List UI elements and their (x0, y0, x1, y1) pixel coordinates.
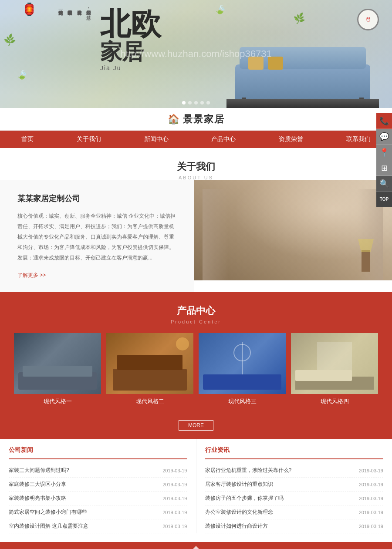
company-news-title-4: 简式家居空间之装修小窍门有哪些 (9, 509, 158, 516)
product-card-2[interactable]: 现代风格二 (106, 333, 193, 409)
company-news-date-2: 2019-03-19 (162, 482, 187, 487)
company-news-title-1: 家装三大问题你遇到过吗? (9, 467, 158, 474)
read-more-link[interactable]: 了解更多 >> (17, 272, 176, 279)
industry-news-date-1: 2019-03-19 (359, 468, 383, 473)
product-title-cn: 产品中心 (0, 304, 392, 317)
about-section-header: 关于我们 ABOUT US (0, 148, 392, 180)
phone-float-btn[interactable]: 📞 (376, 113, 392, 129)
hero-title: 北欧 家居 Jia Ju (100, 9, 161, 71)
company-news-date-5: 2019-03-19 (162, 524, 187, 529)
about-description: 核心价值观：诚实、创新、服务全业精神：诚信 企业文化中：诚信担责任、开拓求实、满… (17, 211, 176, 263)
industry-news-date-4: 2019-03-19 (359, 510, 383, 515)
product-img-1 (14, 333, 101, 394)
product-title-en: Product Center (0, 319, 392, 324)
news-grid: 公司新闻 家装三大问题你遇到过吗? 2019-03-19 家庭装修三大误区小分享… (0, 439, 392, 533)
company-news-header: 公司新闻 (9, 439, 187, 459)
logo-text: 景景家居 (183, 113, 225, 126)
industry-news-title-3: 装修房子的五个步骤，你掌握了吗 (205, 495, 355, 502)
main-nav: 首页 关于我们 新闻中心 产品中心 资质荣誉 联系我们 (0, 131, 392, 148)
industry-news-item-4[interactable]: 办公室装修设计的文化新理念 2019-03-19 (205, 505, 384, 519)
company-news-col: 公司新闻 家装三大问题你遇到过吗? 2019-03-19 家庭装修三大误区小分享… (0, 439, 196, 533)
product-section: 产品中心 Product Center 现代风格一 (0, 292, 392, 439)
company-news-title-5: 室内装修设计图解 这几点需要注意 (9, 522, 158, 530)
company-news-item-3[interactable]: 家装装修明亮书架小攻略 2019-03-19 (9, 492, 187, 505)
product-img-2 (106, 333, 193, 394)
product-section-header: 产品中心 Product Center (0, 292, 392, 333)
product-grid: 现代风格一 现代风格二 (0, 333, 392, 416)
industry-news-col: 行业资讯 家居行业危机重重，涉险过关靠什么? 2019-03-19 居家客厅装修… (196, 439, 392, 533)
location-float-btn[interactable]: 📍 (376, 145, 392, 160)
nav-item-honors[interactable]: 资质荣誉 (270, 131, 312, 148)
about-left: 某某家居定制公司 核心价值观：诚实、创新、服务全业精神：诚信 企业文化中：诚信担… (0, 180, 194, 292)
hero-banner: 🌿 🍃 🌿 🍃 🌿 🏮 ⏰ 时刻代表着一种设计 北欧家具具有鲜明特色 席客台主又… (0, 0, 392, 108)
news-section: 公司新闻 家装三大问题你遇到过吗? 2019-03-19 家庭装修三大误区小分享… (0, 439, 392, 542)
nav-item-contact[interactable]: 联系我们 (338, 131, 379, 148)
company-news-item-1[interactable]: 家装三大问题你遇到过吗? 2019-03-19 (9, 464, 187, 478)
company-news-item-2[interactable]: 家庭装修三大误区小分享 2019-03-19 (9, 478, 187, 492)
company-news-item-4[interactable]: 简式家居空间之装修小窍门有哪些 2019-03-19 (9, 505, 187, 519)
company-news-date-4: 2019-03-19 (162, 510, 187, 515)
product-label-4: 现代风格四 (291, 394, 378, 409)
more-button[interactable]: MORE (179, 420, 213, 431)
industry-news-title-1: 家居行业危机重重，涉险过关靠什么? (205, 467, 355, 474)
watermark: http://www.huzhan.com/ishop36731 (120, 48, 271, 60)
lamp-decoration: 🏮 (22, 2, 37, 17)
company-news-date-1: 2019-03-19 (162, 468, 187, 473)
footer-banner: ▼ (0, 542, 392, 549)
industry-news-date-2: 2019-03-19 (359, 482, 383, 487)
industry-news-title-2: 居家客厅装修设计的重点知识 (205, 481, 355, 488)
product-label-3: 现代风格三 (199, 394, 286, 409)
top-float-btn[interactable]: TOP (376, 192, 392, 207)
sofa-decoration (226, 17, 379, 108)
product-label-1: 现代风格一 (14, 394, 101, 409)
search-float-btn[interactable]: 🔍 (376, 176, 392, 192)
product-img-4 (291, 333, 378, 394)
product-card-3[interactable]: 现代风格三 (199, 333, 286, 409)
industry-news-title-4: 办公室装修设计的文化新理念 (205, 509, 355, 516)
industry-news-date-3: 2019-03-19 (359, 496, 383, 501)
industry-news-item-1[interactable]: 家居行业危机重重，涉险过关靠什么? 2019-03-19 (205, 464, 384, 478)
product-label-2: 现代风格二 (106, 394, 193, 409)
industry-news-title-5: 装修设计如何进行商设计方 (205, 522, 355, 530)
product-card-4[interactable]: 现代风格四 (291, 333, 378, 409)
logo-bar: 🏠 景景家居 (0, 108, 392, 131)
industry-news-item-5[interactable]: 装修设计如何进行商设计方 2019-03-19 (205, 519, 384, 533)
nav-item-products[interactable]: 产品中心 (203, 131, 244, 148)
about-content: 某某家居定制公司 核心价值观：诚实、创新、服务全业精神：诚信 企业文化中：诚信担… (0, 180, 392, 292)
product-img-3 (199, 333, 286, 394)
industry-news-item-2[interactable]: 居家客厅装修设计的重点知识 2019-03-19 (205, 478, 384, 492)
nav-item-home[interactable]: 首页 (13, 131, 42, 148)
float-sidebar: 📞 💬 📍 ⊞ 🔍 TOP (376, 113, 392, 207)
industry-news-header: 行业资讯 (205, 439, 384, 459)
industry-news-item-3[interactable]: 装修房子的五个步骤，你掌握了吗 2019-03-19 (205, 492, 384, 505)
chat-float-btn[interactable]: 💬 (376, 129, 392, 145)
about-title-en: ABOUT US (0, 175, 392, 180)
about-title-cn: 关于我们 (0, 160, 392, 173)
company-news-title-2: 家庭装修三大误区小分享 (9, 481, 158, 488)
qr-float-btn[interactable]: ⊞ (376, 160, 392, 176)
logo-icon: 🏠 (168, 114, 179, 125)
company-name: 某某家居定制公司 (17, 193, 176, 204)
nav-item-about[interactable]: 关于我们 (68, 131, 110, 148)
nav-item-news[interactable]: 新闻中心 (135, 131, 177, 148)
company-news-title-3: 家装装修明亮书架小攻略 (9, 495, 158, 502)
product-card-1[interactable]: 现代风格一 (14, 333, 101, 409)
about-image (194, 180, 392, 280)
industry-news-date-5: 2019-03-19 (359, 524, 383, 529)
company-news-date-3: 2019-03-19 (162, 496, 187, 501)
company-news-item-5[interactable]: 室内装修设计图解 这几点需要注意 2019-03-19 (9, 519, 187, 533)
carousel-dots (182, 101, 210, 104)
